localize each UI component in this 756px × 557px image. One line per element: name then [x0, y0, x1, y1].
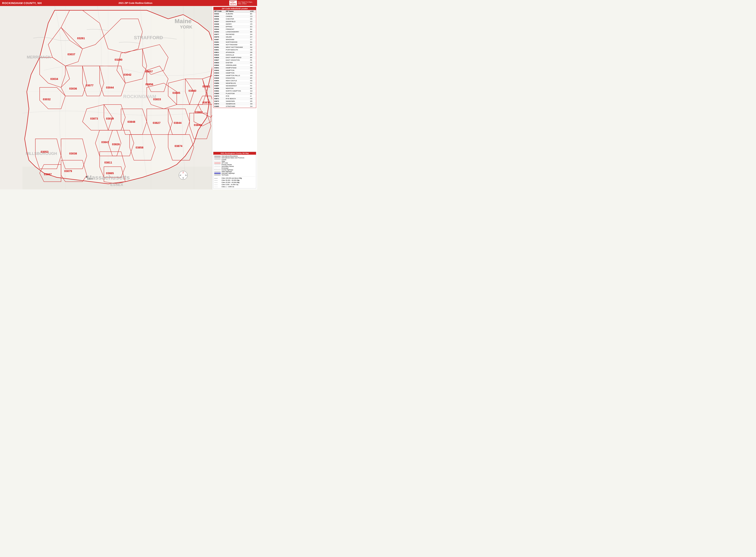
table-row: 03827EAST KINGSTONF5	[213, 59, 256, 61]
legend-line-states	[214, 158, 221, 158]
table-row: 03874SEABROOKG6	[213, 102, 256, 105]
svg-text:03858: 03858	[136, 146, 143, 149]
right-panel: ZIP Code Index/Grid Locator ZIP Code ZIP…	[212, 6, 257, 189]
table-row: 03844HAMPTON FALLSG5	[213, 74, 256, 77]
svg-text:03856: 03856	[145, 83, 153, 86]
table-row: 03841HAMPSTEADD6	[213, 67, 256, 69]
svg-text:03034: 03034	[50, 77, 58, 81]
svg-text:03079: 03079	[64, 170, 72, 173]
legend-line-secondary	[214, 166, 221, 167]
svg-text:03874: 03874	[175, 144, 182, 148]
svg-text:03819: 03819	[106, 117, 114, 120]
svg-text:03842: 03842	[194, 123, 202, 127]
city-sym-5k: ——	[214, 184, 221, 185]
legend-item-toll: Toll Roads	[214, 174, 255, 176]
svg-text:03032: 03032	[43, 98, 51, 101]
zip-table-header: ZIP Code Index/Grid Locator	[213, 7, 256, 10]
svg-text:03801: 03801	[202, 85, 210, 88]
svg-text:STRAFFORD: STRAFFORD	[134, 35, 163, 40]
table-row: 03077RAYMONDD4	[213, 33, 256, 36]
table-row: 03857NEWMARKETF3	[213, 85, 256, 87]
city-sym-1: ——	[214, 186, 221, 188]
svg-text:03870: 03870	[202, 101, 210, 104]
table-row: 03036CHESTERD5	[213, 18, 256, 20]
svg-text:03857: 03857	[145, 70, 153, 73]
city-sym-50k: ——	[214, 179, 221, 181]
table-row: 03873SANDOWND5	[213, 100, 256, 102]
city-size-50k: —— Cities 50,000 - 99,999 City	[214, 179, 255, 181]
table-row: 03037DEERFIELDC2	[213, 20, 256, 23]
table-row: 03862NORTH HAMPTONG4	[213, 90, 256, 92]
table-row: 03885STRATHAMG4	[213, 105, 256, 108]
svg-text:03811: 03811	[104, 161, 112, 164]
legend-header: 2021 Rockingham County, NH Map	[213, 152, 256, 155]
svg-text:03844: 03844	[174, 121, 182, 124]
table-row: 03053LONDONDERRYB6	[213, 31, 256, 33]
table-row: 03291WEST NOTTINGHAMD2	[213, 46, 256, 49]
col-header-zip: ZIP Code	[213, 10, 225, 12]
svg-text:YORK: YORK	[180, 25, 193, 29]
legend-line-toll	[214, 175, 221, 175]
svg-text:03044: 03044	[106, 86, 114, 89]
city-label-5k: Cities 5,000 - 24,999 City	[222, 184, 238, 185]
svg-text:03261: 03261	[77, 37, 85, 40]
svg-text:03833: 03833	[153, 98, 161, 101]
legend-line-international	[214, 156, 221, 156]
table-row: 03819DANVILLEE5	[213, 54, 256, 56]
svg-text:Salem: Salem	[87, 178, 93, 180]
svg-text:03885: 03885	[172, 91, 180, 94]
legend-item-states: International States and Provinces	[214, 157, 255, 158]
table-row: 03042EPPINGE3	[213, 26, 256, 28]
col-header-loc: LOC	[249, 10, 256, 12]
legend-line-driveways	[214, 168, 221, 168]
table-row: 03848KINGSTONE5	[213, 77, 256, 80]
svg-text:03042: 03042	[124, 73, 131, 76]
legend-item-primary: Primary Streets	[214, 164, 255, 166]
svg-text:03826: 03826	[112, 143, 120, 146]
col-header-name: ZIP Name	[225, 10, 249, 12]
svg-text:N: N	[182, 172, 184, 174]
header-edition: 2021 ZIP Code Redline Edition	[118, 2, 152, 4]
svg-text:03087: 03087	[44, 173, 52, 176]
logo-box: target MAPS	[229, 0, 237, 5]
svg-text:Massachusetts: Massachusetts	[87, 174, 130, 181]
legend-line-county-hwy	[214, 170, 221, 170]
table-row: 03811ATKINSOND6	[213, 51, 256, 54]
table-row: 03865PLAISTOWE6	[213, 92, 256, 95]
svg-text:03862: 03862	[195, 111, 203, 114]
city-size-100k: —— Cities 100,000 and Above City	[214, 177, 255, 179]
table-row: 03801PORTSMOUTHH3	[213, 49, 256, 51]
table-row: 03833EXETERF5	[213, 61, 256, 64]
city-label-25k: Cities 25,000 - 49,999 City	[222, 182, 239, 183]
svg-text:03036: 03036	[69, 87, 77, 90]
svg-text:03037: 03037	[67, 53, 75, 56]
svg-text:ROCKINGHAM: ROCKINGHAM	[123, 94, 156, 99]
svg-text:03038: 03038	[69, 152, 77, 155]
table-row: 03842HAMPTONG5	[213, 69, 256, 72]
zip-table: ZIP Code ZIP Name LOC 03032AUBURNB403034…	[213, 10, 256, 108]
legend-section: International Boundaries International S…	[213, 155, 256, 188]
legend-item-county: County	[214, 159, 255, 160]
svg-text:03053: 03053	[41, 150, 49, 153]
table-row: 03087WINDHAMC7	[213, 38, 256, 41]
svg-text:ESSEX: ESSEX	[110, 182, 123, 187]
table-row: 03034CANDIAC3	[213, 15, 256, 18]
svg-text:03827: 03827	[153, 121, 161, 124]
legend-item-driveways: Driveways	[214, 167, 255, 169]
table-row: 03044FREMONTE4	[213, 28, 256, 31]
header: ROCKINGHAM COUNTY, NH 2021 ZIP Code Redl…	[0, 0, 257, 6]
legend-line-state-hwy	[214, 171, 221, 172]
table-row: 03032AUBURNB4	[213, 12, 256, 15]
city-size-25k: —— Cities 25,000 - 49,999 City	[214, 181, 255, 183]
table-row: 03290NOTTINGHAME2	[213, 43, 256, 46]
legend-box: 2021 Rockingham County, NH Map Internati…	[213, 152, 256, 188]
table-row: 03826EAST HAMPSTEADE6	[213, 56, 256, 59]
legend-item-state-hwy: State Highways	[214, 171, 255, 172]
table-row: 03854NEW CASTLEH3	[213, 80, 256, 82]
legend-item-zip: ZIP Code	[214, 162, 255, 164]
svg-text:03848: 03848	[127, 120, 135, 123]
table-row: 03858NEWTONE6	[213, 87, 256, 90]
city-size-1: —— Cities 1 - 4,999 n/a	[214, 186, 255, 188]
legend-item-state-line: State	[214, 160, 255, 162]
svg-text:03077: 03077	[86, 84, 93, 87]
